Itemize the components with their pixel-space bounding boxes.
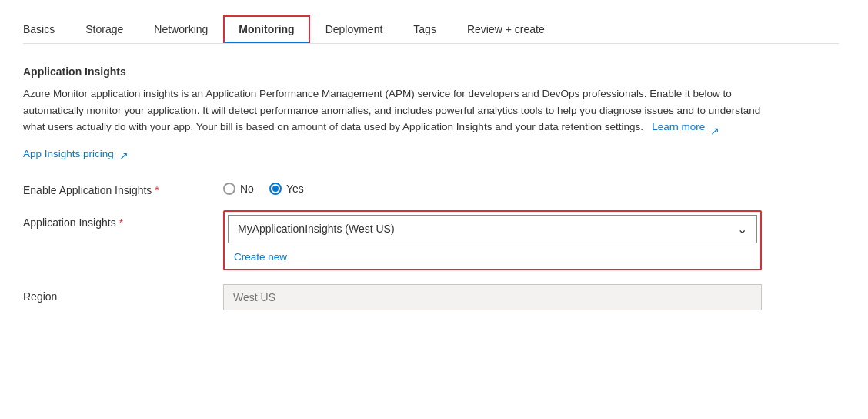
app-insights-pricing-link[interactable]: App Insights pricing ↗ (23, 148, 129, 159)
section-description: Azure Monitor application insights is an… (23, 85, 777, 136)
learn-more-link[interactable]: Learn more ↗ (649, 121, 720, 132)
tab-monitoring[interactable]: Monitoring (223, 15, 309, 43)
insights-dropdown-control: MyApplicationInsights (West US) ⌄ Create… (223, 210, 762, 270)
radio-no-input[interactable] (223, 183, 235, 195)
external-link-icon: ↗ (710, 123, 719, 132)
app-insights-pricing-section: App Insights pricing ↗ (23, 148, 839, 159)
enable-insights-row: Enable Application Insights * No Yes (23, 178, 839, 196)
radio-yes-input[interactable] (269, 183, 282, 195)
radio-no-option[interactable]: No (223, 183, 254, 195)
tab-review-create[interactable]: Review + create (452, 15, 560, 43)
tab-navigation: Basics Storage Networking Monitoring Dep… (23, 15, 839, 44)
insights-dropdown-container: MyApplicationInsights (West US) ⌄ Create… (223, 210, 762, 270)
enable-insights-label: Enable Application Insights * (23, 178, 223, 196)
insights-dropdown-row: Application Insights * MyApplicationInsi… (23, 210, 839, 270)
pricing-external-link-icon: ↗ (119, 149, 129, 159)
chevron-down-icon: ⌄ (737, 222, 747, 236)
insights-dropdown-label: Application Insights * (23, 210, 223, 229)
enable-required-marker: * (155, 184, 159, 196)
insights-required-marker: * (119, 216, 123, 229)
create-new-link[interactable]: Create new (234, 251, 287, 263)
section-title: Application Insights (23, 65, 839, 78)
tab-storage[interactable]: Storage (70, 15, 139, 43)
enable-radio-group: No Yes (223, 178, 762, 195)
tab-deployment[interactable]: Deployment (310, 15, 399, 43)
insights-dropdown[interactable]: MyApplicationInsights (West US) ⌄ (228, 215, 757, 243)
region-row: Region (23, 284, 839, 310)
radio-yes-option[interactable]: Yes (269, 183, 304, 195)
tab-basics[interactable]: Basics (23, 15, 70, 43)
region-input[interactable] (223, 284, 762, 310)
main-content: Basics Storage Networking Monitoring Dep… (23, 15, 839, 310)
region-control (223, 284, 762, 310)
insights-selected-value: MyApplicationInsights (West US) (238, 223, 395, 235)
tab-tags[interactable]: Tags (398, 15, 452, 43)
region-label: Region (23, 284, 223, 303)
enable-insights-control: No Yes (223, 178, 762, 195)
tab-networking[interactable]: Networking (139, 15, 223, 43)
create-new-section: Create new (228, 248, 757, 266)
